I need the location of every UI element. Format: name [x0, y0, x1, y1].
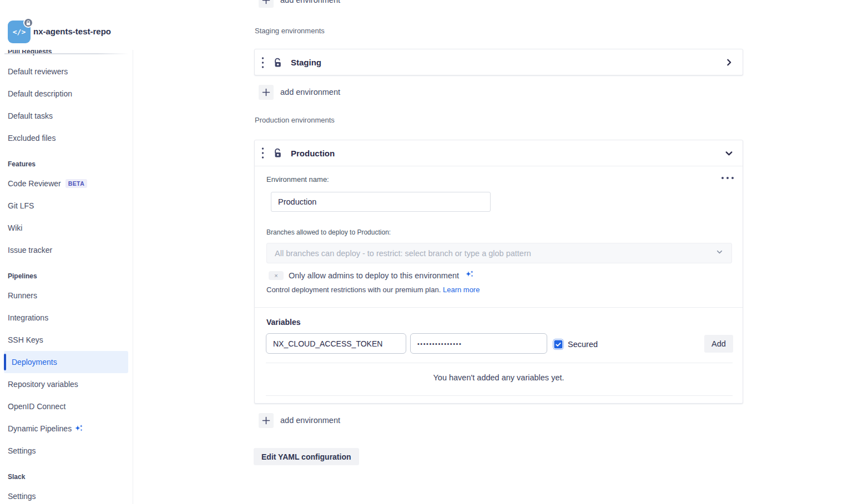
variables-empty-message: You haven't added any variables yet.	[255, 373, 743, 382]
add-environment-button-staging[interactable]: add environment	[259, 84, 340, 100]
environment-name-input[interactable]	[271, 192, 491, 212]
deployments-settings-page: Pull Requests </> nx-agents-test-repo De…	[0, 0, 863, 504]
admins-only-row: × Only allow admins to deploy to this en…	[269, 270, 475, 281]
admins-only-label: Only allow admins to deploy to this envi…	[289, 271, 459, 280]
chevron-right-icon[interactable]	[724, 58, 734, 67]
card-section-divider	[255, 307, 743, 308]
staging-environments-label: Staging environments	[255, 27, 325, 35]
branches-allowed-label: Branches allowed to deploy to Production…	[266, 228, 391, 236]
add-variable-button[interactable]: Add	[704, 335, 733, 353]
environment-name-label: Environment name:	[266, 175, 329, 184]
secured-checkbox[interactable]	[553, 339, 563, 349]
variables-divider	[266, 363, 733, 363]
chevron-down-icon[interactable]	[724, 149, 734, 158]
production-environments-label: Production environments	[255, 116, 335, 124]
unlock-icon	[272, 57, 284, 68]
main-content: add environment Staging environments Sta…	[0, 0, 863, 504]
disabled-checkbox-icon[interactable]: ×	[269, 271, 284, 280]
add-environment-button-production[interactable]: add environment	[259, 413, 340, 428]
variables-title: Variables	[266, 318, 301, 327]
plus-icon	[259, 0, 274, 8]
variables-divider	[266, 395, 733, 396]
secured-label: Secured	[568, 340, 598, 349]
plus-icon	[259, 413, 274, 428]
staging-card-header[interactable]: Staging	[255, 49, 743, 75]
add-environment-label: add environment	[280, 416, 340, 425]
plus-icon	[259, 85, 274, 100]
environment-title: Staging	[291, 58, 321, 67]
unlock-icon	[272, 147, 284, 159]
production-card-header[interactable]: Production	[255, 140, 743, 166]
branch-select-placeholder: All branches can deploy - to restrict: s…	[275, 249, 715, 258]
variable-name-input[interactable]	[266, 333, 406, 354]
production-environment-card: Production Environment name: Branches al…	[254, 140, 743, 404]
learn-more-link[interactable]: Learn more	[443, 286, 480, 294]
add-environment-label: add environment	[280, 0, 340, 4]
edit-yaml-configuration-button[interactable]: Edit YAML configuration	[254, 448, 359, 465]
add-environment-button-top[interactable]: add environment	[259, 0, 340, 8]
add-environment-label: add environment	[280, 88, 340, 96]
more-options-icon[interactable]	[719, 175, 736, 181]
drag-handle-icon[interactable]	[260, 54, 265, 71]
premium-note-text: Control deployment restrictions with our…	[266, 286, 441, 294]
premium-note: Control deployment restrictions with our…	[266, 286, 480, 294]
branch-select[interactable]: All branches can deploy - to restrict: s…	[266, 243, 732, 263]
variable-value-input[interactable]	[410, 333, 547, 354]
sparkle-icon	[464, 269, 475, 282]
drag-handle-icon[interactable]	[260, 145, 265, 161]
chevron-down-icon	[715, 248, 724, 258]
staging-environment-card: Staging	[254, 49, 743, 75]
environment-title: Production	[291, 149, 335, 158]
